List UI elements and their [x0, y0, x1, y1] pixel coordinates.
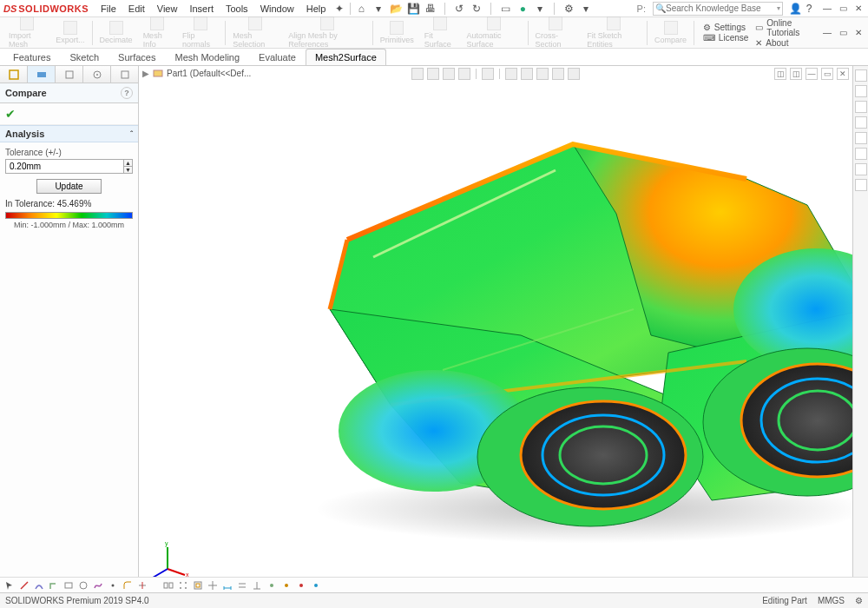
tab-mesh-modeling[interactable]: Mesh Modeling — [165, 49, 249, 65]
help-icon[interactable]: ? — [802, 2, 816, 16]
help-star-icon[interactable]: ✦ — [332, 2, 346, 16]
options-icon[interactable]: ▾ — [579, 2, 593, 16]
doc-maximize[interactable]: ▭ — [837, 27, 849, 39]
cmd-fit-surface[interactable]: Fit Surface — [419, 17, 462, 49]
bt-relation-icon[interactable] — [236, 579, 248, 591]
section-analysis-header[interactable]: Analysis ˆ — [0, 125, 138, 142]
rebuild-icon[interactable]: ● — [516, 2, 529, 16]
edit-appearance-icon[interactable] — [536, 68, 549, 80]
spin-down[interactable]: ▼ — [124, 167, 132, 173]
bt-dot2-icon[interactable] — [280, 579, 293, 591]
options-dropdown-icon[interactable]: ▾ — [533, 2, 547, 16]
menu-window[interactable]: Window — [255, 2, 299, 16]
vp-min-icon[interactable]: — — [806, 68, 818, 80]
vp-tile-icon[interactable]: ◫ — [774, 68, 786, 80]
panel-tab-dim[interactable] — [83, 66, 111, 83]
menu-help[interactable]: Help — [301, 2, 332, 16]
bt-dimension-icon[interactable] — [221, 579, 233, 591]
bt-mirror-icon[interactable] — [162, 579, 174, 591]
cmd-cross-section[interactable]: Cross-Section — [530, 17, 582, 49]
new-icon[interactable]: ▾ — [372, 2, 385, 16]
settings-icon[interactable]: ⚙ — [562, 2, 575, 16]
bt-move-icon[interactable] — [207, 579, 219, 591]
search-dropdown-icon[interactable]: ▾ — [777, 4, 780, 12]
cmd-flip-normals[interactable]: Flip normals — [177, 17, 223, 49]
menu-insert[interactable]: Insert — [184, 2, 219, 16]
prev-view-icon[interactable] — [443, 68, 455, 80]
select-icon[interactable]: ▭ — [498, 2, 512, 16]
link-settings[interactable]: ⚙Settings — [703, 23, 748, 32]
panel-tab-display[interactable] — [111, 66, 138, 83]
menu-view[interactable]: View — [152, 2, 183, 16]
print-icon[interactable]: 🖶 — [424, 2, 437, 16]
zoom-area-icon[interactable] — [427, 68, 439, 80]
bt-circle-icon[interactable] — [77, 579, 89, 591]
minimize-button[interactable]: — — [821, 3, 833, 15]
bt-perp-icon[interactable] — [251, 579, 263, 591]
open-icon[interactable]: 📂 — [389, 2, 403, 16]
menu-file[interactable]: File — [95, 2, 122, 16]
doc-close[interactable]: ✕ — [852, 27, 865, 39]
hide-show-icon[interactable] — [521, 68, 533, 80]
taskpane-view-palette-icon[interactable] — [855, 132, 867, 144]
bt-arc-icon[interactable] — [33, 579, 45, 591]
status-gear-icon[interactable]: ⚙ — [855, 596, 863, 605]
vp-max-icon[interactable]: ▭ — [821, 68, 833, 80]
bt-dot4-icon[interactable] — [310, 579, 322, 591]
view-settings-icon[interactable] — [568, 68, 580, 80]
user-icon[interactable]: 👤 — [788, 2, 802, 16]
panel-tab-feature-tree[interactable] — [0, 66, 28, 83]
cmd-mesh-info[interactable]: Mesh Info — [138, 17, 177, 49]
tab-surfaces[interactable]: Surfaces — [108, 49, 165, 65]
section-view-icon[interactable] — [458, 68, 470, 80]
bt-dot1-icon[interactable] — [266, 579, 278, 591]
cmd-mesh-selection[interactable]: Mesh Selection — [227, 17, 283, 49]
spin-up[interactable]: ▲ — [124, 160, 132, 167]
undo-icon[interactable]: ↺ — [452, 2, 466, 16]
cmd-auto-surface[interactable]: Automatic Surface — [462, 17, 526, 49]
tolerance-input[interactable] — [5, 159, 124, 174]
bt-corner-icon[interactable] — [48, 579, 60, 591]
bt-pointer-icon[interactable] — [3, 579, 16, 591]
menu-edit[interactable]: Edit — [123, 2, 150, 16]
bt-dot3-icon[interactable] — [295, 579, 307, 591]
taskpane-forum-icon[interactable] — [855, 179, 867, 191]
search-box[interactable]: 🔍 ▾ — [653, 2, 783, 16]
link-tutorials[interactable]: ▭Online Tutorials — [755, 18, 816, 37]
link-about[interactable]: ✕About — [755, 38, 816, 48]
bt-line-icon[interactable] — [18, 579, 30, 591]
save-icon[interactable]: 💾 — [406, 2, 420, 16]
cmd-compare[interactable]: Compare — [649, 21, 692, 44]
zoom-fit-icon[interactable] — [411, 68, 424, 80]
view-orientation-icon[interactable] — [482, 68, 494, 80]
document-breadcrumb[interactable]: ▶ Part1 (Default<<Def... — [142, 68, 251, 78]
taskpane-file-explorer-icon[interactable] — [855, 116, 867, 129]
expand-tree-icon[interactable]: ▶ — [142, 69, 149, 78]
taskpane-resources-icon[interactable] — [855, 85, 867, 97]
taskpane-custom-props-icon[interactable] — [855, 163, 867, 175]
menu-tools[interactable]: Tools — [220, 2, 253, 16]
bt-point-icon[interactable] — [107, 579, 119, 591]
vp-tile2-icon[interactable]: ◫ — [790, 68, 802, 80]
bt-fillet-icon[interactable] — [122, 579, 134, 591]
status-units[interactable]: MMGS — [818, 596, 845, 605]
view-triad-icon[interactable]: y x z — [146, 539, 189, 582]
taskpane-design-lib-icon[interactable] — [855, 101, 867, 113]
panel-tab-config[interactable] — [56, 66, 83, 83]
maximize-button[interactable]: ▭ — [837, 3, 849, 15]
cmd-decimate[interactable]: Decimate — [95, 21, 138, 44]
cmd-export[interactable]: Export... — [50, 21, 90, 44]
cmd-import-mesh[interactable]: Import Mesh — [3, 17, 50, 49]
apply-scene-icon[interactable] — [552, 68, 564, 80]
search-input[interactable] — [666, 3, 777, 13]
bt-spline-icon[interactable] — [92, 579, 104, 591]
ok-check-icon[interactable]: ✔ — [5, 107, 16, 121]
display-style-icon[interactable] — [505, 68, 517, 80]
tab-sketch[interactable]: Sketch — [60, 49, 108, 65]
bt-box-icon[interactable] — [62, 579, 75, 591]
vp-close-icon[interactable]: ✕ — [837, 68, 849, 80]
bt-trim-icon[interactable] — [136, 579, 148, 591]
viewport[interactable]: ▶ Part1 (Default<<Def... ◫ ◫ — ▭ ✕ — [139, 66, 852, 592]
taskpane-appearances-icon[interactable] — [855, 148, 867, 160]
tab-evaluate[interactable]: Evaluate — [249, 49, 306, 65]
